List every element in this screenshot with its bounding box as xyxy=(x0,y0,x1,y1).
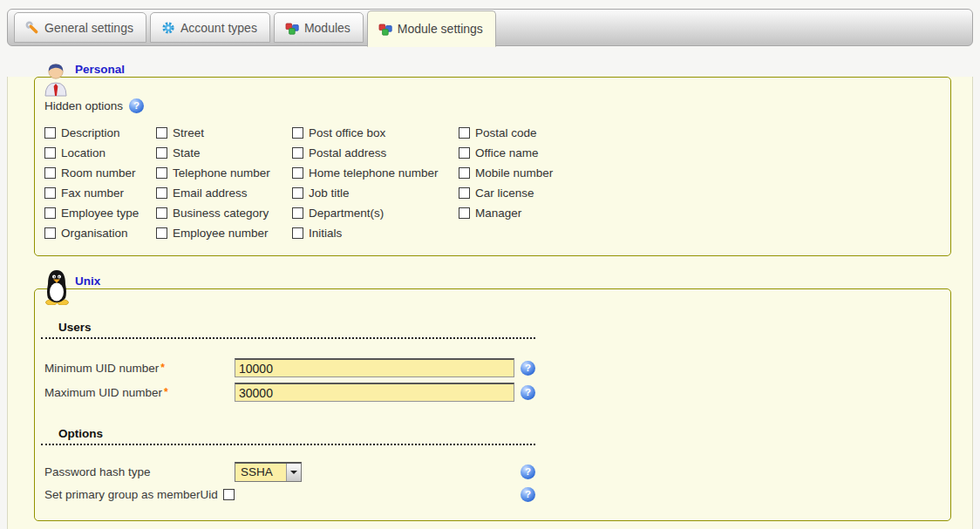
help-icon[interactable]: ? xyxy=(521,385,535,400)
hidden-options-grid: Description Street Post office box Posta… xyxy=(44,123,950,243)
checkbox[interactable] xyxy=(156,167,167,179)
hidden-options-row: Hidden options ? xyxy=(44,98,950,113)
checkbox[interactable] xyxy=(44,187,56,199)
checkbox[interactable] xyxy=(459,207,470,219)
minimum-uid-label: Minimum UID number* xyxy=(44,362,235,375)
help-icon[interactable]: ? xyxy=(521,361,535,376)
hidden-option-organisation[interactable]: Organisation xyxy=(44,227,156,240)
tab-bar: General settings Account types Modul xyxy=(7,9,973,46)
checkbox[interactable] xyxy=(459,147,470,159)
tab-label: Account types xyxy=(180,21,257,35)
hidden-option-post-office-box[interactable]: Post office box xyxy=(292,126,459,139)
hidden-option-departments[interactable]: Department(s) xyxy=(292,207,459,220)
checkbox[interactable] xyxy=(44,127,56,139)
required-marker: * xyxy=(164,386,168,398)
help-icon[interactable]: ? xyxy=(521,487,535,502)
maximum-uid-label: Maximum UID number* xyxy=(44,386,235,399)
hidden-option-office-name[interactable]: Office name xyxy=(459,146,607,159)
hidden-option-location[interactable]: Location xyxy=(44,146,156,159)
tab-label: General settings xyxy=(44,21,133,35)
minimum-uid-input[interactable] xyxy=(235,358,514,377)
checkbox[interactable] xyxy=(292,227,303,239)
minimum-uid-row: Minimum UID number* ? xyxy=(44,358,535,377)
help-icon[interactable]: ? xyxy=(129,98,144,113)
password-hash-value: SSHA xyxy=(235,464,286,481)
checkbox[interactable] xyxy=(44,147,56,159)
hidden-option-car-license[interactable]: Car license xyxy=(459,187,607,200)
tab-account-types[interactable]: Account types xyxy=(150,12,270,43)
maximum-uid-row: Maximum UID number* ? xyxy=(44,383,535,402)
unix-section: Unix Users Minimum UID number* ? Maximum… xyxy=(34,288,951,521)
hidden-option-employee-type[interactable]: Employee type xyxy=(44,207,156,220)
checkbox[interactable] xyxy=(459,167,470,179)
member-uid-option[interactable]: Set primary group as memberUid xyxy=(44,488,235,501)
hidden-option-postal-address[interactable]: Postal address xyxy=(292,146,459,159)
checkbox[interactable] xyxy=(156,207,167,219)
hidden-option-email-address[interactable]: Email address xyxy=(156,187,292,200)
checkbox[interactable] xyxy=(292,147,303,159)
tab-label: Modules xyxy=(304,21,350,35)
hidden-option-initials[interactable]: Initials xyxy=(292,227,459,240)
config-page: General settings Account types Modul xyxy=(0,9,980,529)
hidden-option-mobile-number[interactable]: Mobile number xyxy=(459,166,607,180)
users-subheader: Users xyxy=(41,321,535,339)
hidden-option-street[interactable]: Street xyxy=(156,126,292,139)
checkbox[interactable] xyxy=(156,227,167,239)
section-title-personal: Personal xyxy=(75,63,125,76)
hidden-option-fax-number[interactable]: Fax number xyxy=(44,187,156,200)
checkbox[interactable] xyxy=(156,187,167,199)
tab-general-settings[interactable]: General settings xyxy=(14,12,146,43)
member-uid-label: Set primary group as memberUid xyxy=(44,488,218,501)
hidden-option-description[interactable]: Description xyxy=(44,126,156,139)
checkbox[interactable] xyxy=(44,207,56,219)
password-hash-row: Password hash type SSHA ? xyxy=(44,462,535,482)
hidden-option-telephone-number[interactable]: Telephone number xyxy=(156,166,292,180)
tux-penguin-icon xyxy=(43,268,71,309)
wrench-icon xyxy=(25,21,39,35)
hidden-option-employee-number[interactable]: Employee number xyxy=(156,227,292,240)
hidden-option-manager[interactable]: Manager xyxy=(459,207,607,220)
password-hash-select[interactable]: SSHA xyxy=(235,462,302,482)
member-uid-row: Set primary group as memberUid ? xyxy=(44,487,535,502)
checkbox[interactable] xyxy=(292,187,303,199)
help-icon[interactable]: ? xyxy=(521,465,535,479)
gear-icon xyxy=(161,21,175,35)
hidden-option-business-category[interactable]: Business category xyxy=(156,207,292,220)
checkbox[interactable] xyxy=(459,187,470,199)
personal-section: Personal Hidden options ? Description St… xyxy=(34,77,951,256)
maximum-uid-input[interactable] xyxy=(235,383,514,402)
section-title-unix: Unix xyxy=(75,275,100,288)
modules-icon xyxy=(378,22,392,36)
hidden-option-job-title[interactable]: Job title xyxy=(292,187,459,200)
checkbox[interactable] xyxy=(292,127,303,139)
hidden-option-state[interactable]: State xyxy=(156,146,292,159)
options-subheader: Options xyxy=(41,427,535,445)
hidden-option-postal-code[interactable]: Postal code xyxy=(459,126,607,139)
checkbox[interactable] xyxy=(44,227,56,239)
modules-icon xyxy=(285,21,299,35)
checkbox[interactable] xyxy=(156,147,167,159)
checkbox[interactable] xyxy=(44,167,56,179)
tab-label: Module settings xyxy=(398,22,483,36)
hidden-option-home-telephone-number[interactable]: Home telephone number xyxy=(292,166,459,180)
required-marker: * xyxy=(160,362,165,374)
hidden-option-room-number[interactable]: Room number xyxy=(44,166,156,180)
tab-module-settings[interactable]: Module settings xyxy=(367,10,496,47)
checkbox[interactable] xyxy=(223,489,235,500)
content-area: Personal Hidden options ? Description St… xyxy=(7,77,973,529)
password-hash-label: Password hash type xyxy=(44,465,235,478)
hidden-options-label: Hidden options xyxy=(44,99,123,112)
person-icon xyxy=(43,60,69,100)
checkbox[interactable] xyxy=(459,127,470,139)
checkbox[interactable] xyxy=(292,207,303,219)
checkbox[interactable] xyxy=(292,167,303,179)
chevron-down-icon[interactable] xyxy=(286,464,301,481)
tab-modules[interactable]: Modules xyxy=(274,12,364,43)
checkbox[interactable] xyxy=(156,127,167,139)
